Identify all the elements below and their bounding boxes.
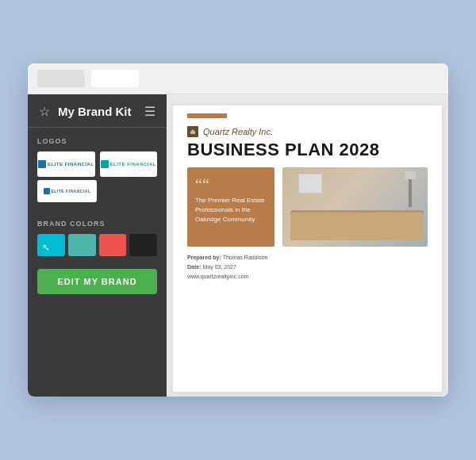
browser-body: ☆ My Brand Kit ☰ LOGOS ELITE FINANCIAL (28, 94, 448, 397)
browser-tab-1[interactable] (37, 70, 85, 87)
logo-square-blue (38, 160, 46, 168)
doc-header: Quartz Realty Inc. (173, 118, 442, 137)
brand-colors-title: BRAND COLORS (37, 220, 157, 228)
logo-text-small: ELITE FINANCIAL (44, 188, 91, 194)
doc-image (282, 167, 428, 247)
main-content: Quartz Realty Inc. BUSINESS PLAN 2028 ““… (167, 94, 448, 397)
prepared-by-label: Prepared by: (187, 255, 221, 260)
doc-logo-icon (187, 126, 198, 137)
date-label: Date: (187, 264, 202, 270)
color-swatch-black[interactable] (129, 234, 157, 256)
color-swatch-cyan[interactable]: ↖ (37, 234, 65, 256)
brand-colors-row: ↖ (37, 234, 157, 256)
sidebar-title: My Brand Kit (58, 105, 132, 118)
doc-body: ““ The Premier Real Estate Professionals… (173, 167, 442, 247)
lamp-shade (405, 171, 416, 179)
cursor-icon: ↖ (42, 242, 50, 253)
hamburger-icon[interactable]: ☰ (144, 104, 155, 119)
wall-art (298, 174, 322, 194)
doc-footer: Prepared by: Thomas Raddison Date: May 0… (173, 247, 442, 288)
edit-brand-button[interactable]: EDIT MY BRAND (37, 269, 157, 294)
logo-item-blue[interactable]: ELITE FINANCIAL (37, 151, 95, 177)
sidebar: ☆ My Brand Kit ☰ LOGOS ELITE FINANCIAL (28, 94, 167, 397)
logo-item-small[interactable]: ELITE FINANCIAL (37, 180, 97, 202)
doc-title: BUSINESS PLAN 2028 (173, 137, 442, 159)
doc-quote-text: The Premier Real Estate Professionals in… (195, 196, 267, 224)
date-value: May 03, 2027 (202, 264, 236, 270)
logo-text-blue: ELITE FINANCIAL (38, 160, 94, 168)
prepared-by-value: Thomas Raddison (223, 255, 268, 260)
doc-top-bar (167, 94, 448, 101)
sidebar-header: ☆ My Brand Kit ☰ (28, 94, 167, 128)
doc-container: Quartz Realty Inc. BUSINESS PLAN 2028 ““… (173, 105, 442, 392)
browser-window: ☆ My Brand Kit ☰ LOGOS ELITE FINANCIAL (28, 63, 448, 397)
logos-grid: ELITE FINANCIAL ELITE FINANCIAL (37, 151, 157, 177)
doc-company-name: Quartz Realty Inc. (203, 127, 273, 136)
sofa-shape (290, 213, 424, 240)
browser-tab-2[interactable] (91, 70, 139, 87)
lamp-base (409, 175, 412, 207)
logo-item-teal[interactable]: ELITE FINANCIAL (100, 151, 158, 177)
logo-text-teal: ELITE FINANCIAL (101, 160, 157, 168)
color-swatch-red[interactable] (99, 234, 127, 256)
logos-section-title: LOGOS (37, 137, 157, 145)
brand-colors-section: BRAND COLORS ↖ (28, 210, 167, 256)
browser-toolbar (28, 63, 448, 94)
star-icon: ☆ (39, 104, 50, 119)
doc-quote-box: ““ The Premier Real Estate Professionals… (187, 167, 274, 247)
doc-quote-mark: ““ (195, 177, 267, 193)
logos-section: LOGOS ELITE FINANCIAL ELITE FINANCIAL (28, 128, 167, 210)
logo-square-teal (101, 160, 109, 168)
logo-square-small (44, 188, 50, 194)
website-value: www.quartzrealtyinc.com (187, 274, 248, 279)
color-swatch-teal[interactable] (68, 234, 96, 256)
